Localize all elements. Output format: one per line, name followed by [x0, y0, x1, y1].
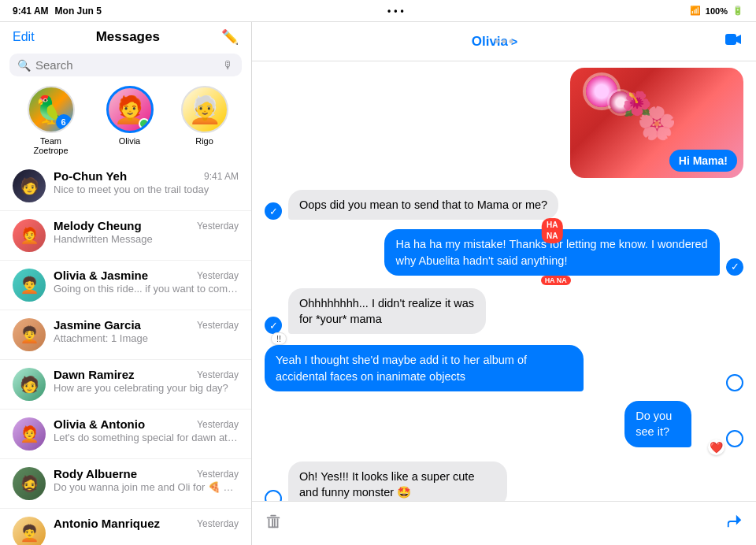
bubble-4-text: Yeah I thought she'd maybe add it to her… [276, 354, 527, 382]
msg-row-1: ✓ Oops did you mean to send that to Mama… [252, 187, 756, 222]
msg-select-6[interactable] [265, 490, 282, 501]
conv-item-dawn[interactable]: 🧑 Dawn Ramirez Yesterday How are you cel… [0, 360, 251, 410]
conv-avatar-melody: 🧑‍🦰 [13, 219, 46, 252]
pinned-item-team[interactable]: 🦜 6 Team Zoetrope [24, 86, 79, 155]
edit-button[interactable]: Edit [13, 30, 35, 44]
conv-time-oliviaant: Yesterday [197, 419, 239, 430]
status-bar: 9:41 AM Mon Jun 5 • • • 📶 100% 🔋 [0, 0, 756, 22]
sidebar: Edit Messages ✏️ 🔍 🎙 🦜 6 Team Zoetrope [0, 22, 252, 545]
flowers-image-message: 🌸 🌺 Hi Mama! [265, 68, 743, 178]
msg-select-2[interactable]: ✓ [726, 258, 743, 276]
pinned-avatar-team: 🦜 6 [28, 86, 75, 133]
bubble-4-wrap: !! Yeah I thought she'd maybe add it to … [265, 345, 720, 391]
msg-row-4: !! Yeah I thought she'd maybe add it to … [252, 343, 756, 394]
status-dot-2: • [394, 6, 397, 17]
rigo-emoji: 🧑‍🦳 [188, 94, 221, 125]
app-container: Edit Messages ✏️ 🔍 🎙 🦜 6 Team Zoetrope [0, 22, 756, 545]
conv-header-rody: Rody Albuerne Yesterday [54, 467, 239, 480]
status-date: Mon Jun 5 [55, 6, 102, 17]
conversation-list: 🧑 Po-Chun Yeh 9:41 AM Nice to meet you o… [0, 161, 251, 545]
conv-avatar-antonio: 🧑‍🦱 [13, 517, 46, 545]
msg-select-5[interactable] [726, 430, 743, 447]
pinned-item-olivia[interactable]: 🧑‍🦰 Olivia [106, 86, 154, 155]
chat-panel: Olivia > 🌸 🌺 Hi Mama! [252, 22, 756, 545]
video-call-button[interactable] [724, 30, 743, 53]
pinned-avatar-olivia: 🧑‍🦰 [106, 86, 154, 133]
conv-content-antonio: Antonio Manriquez Yesterday [54, 517, 239, 531]
conv-header-oliviajas: Olivia & Jasmine Yesterday [54, 269, 239, 282]
trash-button[interactable] [265, 513, 282, 534]
svg-rect-0 [725, 34, 736, 45]
conv-preview-oliviaant: Let's do something special for dawn at t… [54, 432, 239, 443]
conv-content-rody: Rody Albuerne Yesterday Do you wanna joi… [54, 467, 239, 493]
bubble-4: Yeah I thought she'd maybe add it to her… [265, 345, 584, 391]
svg-rect-2 [270, 515, 276, 517]
conv-time-dawn: Yesterday [197, 369, 239, 380]
conv-item-melody[interactable]: 🧑‍🦰 Melody Cheung Yesterday Handwritten … [0, 211, 251, 261]
conv-header-jasmine: Jasmine Garcia Yesterday [54, 318, 239, 332]
search-icon: 🔍 [17, 59, 31, 72]
conv-avatar-oliviajas: 🧑‍🦱 [13, 269, 46, 302]
conv-item-pochun[interactable]: 🧑 Po-Chun Yeh 9:41 AM Nice to meet you o… [0, 161, 251, 211]
conv-header-pochun: Po-Chun Yeh 9:41 AM [54, 169, 239, 183]
mic-icon: 🎙 [223, 59, 234, 72]
conv-item-oliviajas[interactable]: 🧑‍🦱 Olivia & Jasmine Yesterday Going on … [0, 261, 251, 310]
pinned-item-rigo[interactable]: 🧑‍🦳 Rigo [181, 86, 228, 155]
conv-time-pochun: 9:41 AM [204, 171, 239, 182]
conv-name-antonio: Antonio Manriquez [54, 517, 160, 530]
pinned-name-rigo: Rigo [195, 136, 213, 146]
msg-row-3: ✓ HA NA Ohhhhhhhh... I didn't realize it… [252, 286, 756, 337]
conv-content-pochun: Po-Chun Yeh 9:41 AM Nice to meet you on … [54, 169, 239, 195]
conv-name-oliviaant: Olivia & Antonio [54, 417, 145, 431]
conv-time-antonio: Yesterday [197, 518, 239, 529]
status-bar-center: • • • [387, 6, 404, 17]
ha-badge-2: HANA [542, 218, 562, 243]
compose-button[interactable]: ✏️ [221, 28, 239, 46]
header-dot-1 [495, 39, 499, 43]
battery-label: 100% [706, 6, 728, 16]
msg-row-6: Oh! Yes!!! It looks like a super cute an… [252, 459, 756, 501]
conv-content-jasmine: Jasmine Garcia Yesterday Attachment: 1 I… [54, 318, 239, 344]
conv-item-antonio[interactable]: 🧑‍🦱 Antonio Manriquez Yesterday [0, 509, 251, 545]
header-dots [495, 39, 513, 43]
bubble-3-wrap: HA NA Ohhhhhhhh... I didn't realize it w… [288, 288, 571, 335]
conv-header-dawn: Dawn Ramirez Yesterday [54, 368, 239, 381]
share-button[interactable] [726, 513, 743, 534]
status-time: 9:41 AM [13, 6, 49, 17]
pinned-name-olivia: Olivia [119, 136, 141, 146]
conv-item-jasmine[interactable]: 🧑‍🦱 Jasmine Garcia Yesterday Attachment:… [0, 310, 251, 360]
conv-avatar-jasmine: 🧑‍🦱 [13, 318, 46, 351]
sidebar-title: Messages [35, 29, 221, 45]
bubble-5-text: Do you see it? [636, 410, 672, 438]
conv-content-oliviajas: Olivia & Jasmine Yesterday Going on this… [54, 269, 239, 295]
svg-rect-7 [274, 518, 276, 528]
chat-header: Olivia > [252, 22, 756, 61]
team-badge: 6 [56, 114, 72, 130]
svg-rect-6 [272, 518, 273, 528]
bubble-3-text: Ohhhhhhhh... I didn't realize it was for… [299, 297, 474, 325]
conv-time-jasmine: Yesterday [197, 320, 239, 331]
search-input[interactable] [35, 58, 218, 72]
search-bar: 🔍 🎙 [9, 54, 242, 76]
chat-messages: 🌸 🌺 Hi Mama! ✓ Oops did you mean to send… [252, 61, 756, 501]
conv-time-rody: Yesterday [197, 469, 239, 480]
conv-preview-rody: Do you wanna join me and Oli for 🍕 🎯 bre… [54, 481, 239, 493]
exclaim-badge-4: !! [271, 332, 287, 345]
search-container: 🔍 🎙 [0, 49, 251, 83]
olivia-online-dot [139, 118, 150, 129]
msg-select-3[interactable]: ✓ [265, 317, 282, 334]
hi-mama-bubble: Hi Mama! [669, 150, 737, 172]
svg-rect-1 [267, 517, 280, 519]
conv-item-oliviaant[interactable]: 🧑‍🦰 Olivia & Antonio Yesterday Let's do … [0, 410, 251, 459]
msg-select-4[interactable] [726, 374, 743, 391]
flowers-image: 🌸 🌺 Hi Mama! [570, 68, 743, 178]
status-dot-1: • [387, 6, 391, 17]
wifi-icon: 📶 [690, 6, 701, 16]
conv-content-oliviaant: Olivia & Antonio Yesterday Let's do some… [54, 417, 239, 443]
bubble-1-text: Oops did you mean to send that to Mama o… [299, 198, 547, 211]
msg-select-1[interactable]: ✓ [265, 202, 282, 220]
pinned-row: 🦜 6 Team Zoetrope 🧑‍🦰 Olivia 🧑‍🦳 Rigo [0, 83, 251, 161]
conv-avatar-dawn: 🧑 [13, 368, 46, 401]
conv-item-rody[interactable]: 🧔 Rody Albuerne Yesterday Do you wanna j… [0, 459, 251, 509]
conv-header-melody: Melody Cheung Yesterday [54, 219, 239, 232]
